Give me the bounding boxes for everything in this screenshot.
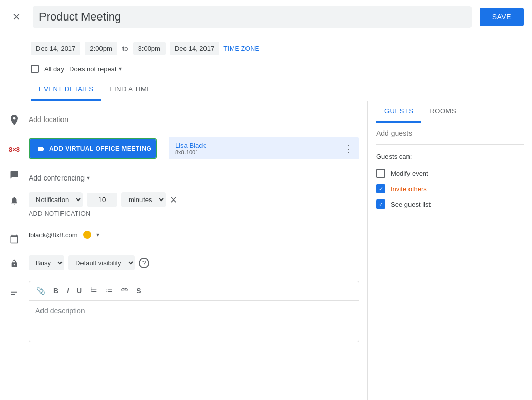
permission-see-guest-list: See guest list bbox=[376, 196, 524, 212]
underline-button[interactable]: U bbox=[74, 285, 85, 297]
calendar-row: lblack@8x8.com ▾ bbox=[0, 226, 367, 250]
start-date[interactable]: Dec 14, 2017 bbox=[31, 42, 80, 55]
description-toolbar: 📎 B I U S bbox=[29, 281, 359, 301]
calendar-email: lblack@8x8.com bbox=[29, 231, 78, 239]
end-time[interactable]: 3:00pm bbox=[133, 42, 166, 55]
save-button[interactable]: SAVE bbox=[480, 8, 524, 26]
status-content: Busy Default visibility ? bbox=[29, 255, 359, 270]
help-label: ? bbox=[142, 259, 146, 267]
see-guest-list-checkbox[interactable] bbox=[376, 199, 385, 209]
description-content: 📎 B I U S bbox=[29, 281, 359, 342]
calendar-icon bbox=[8, 233, 21, 245]
lock-icon bbox=[8, 257, 21, 270]
add-virtual-office-meeting-button[interactable]: ADD VIRTUAL OFFICE MEETING bbox=[30, 139, 157, 158]
allday-label: All day bbox=[44, 65, 64, 73]
modify-event-checkbox[interactable] bbox=[376, 169, 385, 178]
allday-row: All day Does not repeat ▾ bbox=[0, 63, 532, 79]
close-button[interactable]: ✕ bbox=[8, 9, 25, 25]
notification-value-input[interactable] bbox=[87, 193, 117, 207]
add-notification-button[interactable]: ADD NOTIFICATION bbox=[29, 207, 359, 221]
virtual-meeting-row: 8×8 ADD VIRTUAL OFFICE MEETING bbox=[0, 132, 367, 165]
location-icon bbox=[8, 114, 21, 127]
modify-event-label: Modify event bbox=[391, 170, 428, 177]
invite-others-label: Invite others bbox=[391, 185, 427, 193]
timezone-button[interactable]: TIME ZONE bbox=[223, 45, 259, 52]
tab-rooms[interactable]: ROOMS bbox=[421, 101, 464, 123]
notification-controls: Notification minutes ✕ bbox=[29, 192, 359, 207]
permission-invite-others: Invite others bbox=[376, 181, 524, 196]
attach-button[interactable]: 📎 bbox=[33, 285, 48, 297]
location-input[interactable] bbox=[29, 112, 359, 127]
conferencing-icon bbox=[8, 169, 21, 181]
description-icon bbox=[8, 287, 21, 299]
main-layout: 8×8 ADD VIRTUAL OFFICE MEETING bbox=[0, 101, 532, 400]
datetime-row: Dec 14, 2017 2:00pm to 3:00pm Dec 14, 20… bbox=[0, 34, 532, 63]
repeat-label: Does not repeat bbox=[69, 65, 117, 73]
conferencing-row: Add conferencing ▾ bbox=[0, 165, 367, 187]
lisa-name: Lisa Black bbox=[175, 142, 206, 149]
notification-row: Notification minutes ✕ ADD NOTIFICATION bbox=[0, 187, 367, 226]
event-title-input[interactable] bbox=[33, 6, 472, 28]
conferencing-chevron-icon: ▾ bbox=[87, 174, 90, 182]
notification-type-select[interactable]: Notification bbox=[29, 192, 83, 207]
top-bar: ✕ SAVE bbox=[0, 0, 532, 34]
tab-guests[interactable]: GUESTS bbox=[376, 101, 421, 123]
virtual-meeting-content: ADD VIRTUAL OFFICE MEETING Lisa Black 8x… bbox=[29, 137, 359, 159]
calendar-color-dot[interactable] bbox=[83, 231, 91, 239]
status-controls: Busy Default visibility ? bbox=[29, 255, 359, 270]
right-panel: GUESTS ROOMS Guests can: Modify event In… bbox=[368, 101, 532, 400]
permission-modify-event: Modify event bbox=[376, 166, 524, 181]
lisa-info: Lisa Black 8x8.1001 bbox=[175, 142, 206, 155]
invite-others-checkbox[interactable] bbox=[376, 184, 385, 193]
tab-event-details[interactable]: EVENT DETAILS bbox=[31, 79, 101, 101]
tab-find-a-time[interactable]: FIND A TIME bbox=[101, 79, 159, 101]
calendar-selector: lblack@8x8.com ▾ bbox=[29, 231, 359, 239]
unordered-list-button[interactable] bbox=[103, 284, 116, 297]
more-options-icon[interactable]: ⋮ bbox=[344, 143, 353, 154]
bold-button[interactable]: B bbox=[50, 285, 62, 297]
visibility-select[interactable]: Default visibility bbox=[68, 255, 135, 270]
italic-button[interactable]: I bbox=[64, 285, 72, 297]
location-row bbox=[0, 107, 367, 132]
link-button[interactable] bbox=[118, 284, 131, 297]
add-virtual-box: ADD VIRTUAL OFFICE MEETING bbox=[29, 138, 157, 159]
strikethrough-button[interactable]: S bbox=[133, 285, 144, 297]
repeat-dropdown[interactable]: Does not repeat ▾ bbox=[69, 65, 122, 73]
add-conferencing-dropdown[interactable]: Add conferencing ▾ bbox=[29, 171, 359, 185]
guests-can-section: Guests can: Modify event Invite others S… bbox=[368, 145, 532, 216]
tabs-container: EVENT DETAILS FIND A TIME bbox=[0, 79, 532, 101]
lisa-ext: 8x8.1001 bbox=[175, 149, 206, 155]
guests-can-title: Guests can: bbox=[376, 153, 524, 161]
notification-unit-select[interactable]: minutes bbox=[121, 192, 166, 207]
add-virtual-label: ADD VIRTUAL OFFICE MEETING bbox=[49, 145, 151, 152]
left-panel: 8×8 ADD VIRTUAL OFFICE MEETING bbox=[0, 101, 368, 400]
help-icon[interactable]: ? bbox=[139, 258, 149, 268]
description-box: 📎 B I U S bbox=[29, 281, 359, 342]
notification-content: Notification minutes ✕ ADD NOTIFICATION bbox=[29, 192, 359, 221]
right-tabs: GUESTS ROOMS bbox=[368, 101, 532, 123]
see-guest-list-label: See guest list bbox=[391, 201, 431, 208]
status-row: Busy Default visibility ? bbox=[0, 250, 367, 275]
allday-checkbox[interactable] bbox=[31, 65, 39, 73]
description-area[interactable]: Add description bbox=[29, 301, 359, 342]
busy-select[interactable]: Busy bbox=[29, 255, 64, 270]
calendar-content: lblack@8x8.com ▾ bbox=[29, 231, 359, 239]
description-row: 📎 B I U S bbox=[0, 275, 367, 347]
remove-notification-button[interactable]: ✕ bbox=[170, 194, 177, 206]
video-icon bbox=[37, 145, 45, 153]
virtual-row: ADD VIRTUAL OFFICE MEETING Lisa Black 8x… bbox=[29, 137, 359, 159]
conferencing-content: Add conferencing ▾ bbox=[29, 167, 359, 185]
calendar-chevron-icon[interactable]: ▾ bbox=[96, 231, 99, 238]
bell-icon bbox=[8, 194, 21, 207]
ordered-list-button[interactable] bbox=[87, 284, 100, 297]
8x8-icon: 8×8 bbox=[8, 144, 21, 156]
location-content bbox=[29, 112, 359, 127]
end-date[interactable]: Dec 14, 2017 bbox=[170, 42, 219, 55]
lisa-black-card: Lisa Black 8x8.1001 ⋮ bbox=[169, 137, 359, 159]
start-time[interactable]: 2:00pm bbox=[85, 42, 117, 55]
to-label: to bbox=[121, 45, 129, 52]
conferencing-label: Add conferencing bbox=[29, 174, 85, 182]
repeat-chevron-icon: ▾ bbox=[119, 65, 122, 72]
add-guests-input[interactable] bbox=[368, 123, 532, 144]
